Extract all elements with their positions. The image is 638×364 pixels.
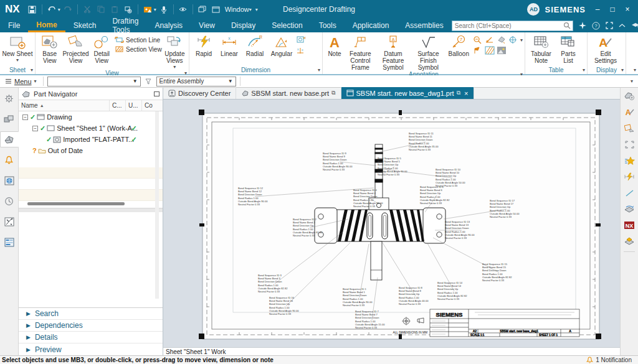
template-studio-icon[interactable] [1, 234, 17, 250]
ordinate-dimension-icon[interactable]: #1 [296, 35, 306, 44]
new-sheet-button[interactable]: New Sheet▾ [2, 34, 33, 63]
tab-tools[interactable]: Tools [311, 19, 345, 32]
screenshot-icon[interactable] [141, 3, 154, 16]
sheet-metal-icon[interactable] [622, 203, 636, 215]
target-point-symbol-icon[interactable] [473, 46, 483, 55]
panel-vertical-scrollbar[interactable] [155, 111, 159, 299]
tree-row-imported-view[interactable]: ✓ Imported "FLAT-PATT... ✓ [19, 134, 163, 145]
part-navigator-icon[interactable] [0, 131, 19, 147]
detach-tab-icon[interactable]: ⧉ [331, 90, 335, 96]
search-icon[interactable] [563, 22, 571, 29]
minimize-ribbon-icon[interactable] [619, 23, 626, 28]
toolbar-overflow-icon[interactable]: ▾ [631, 78, 636, 84]
help-icon[interactable]: ? [592, 22, 600, 30]
center-mark-icon[interactable] [508, 35, 518, 44]
menu-button[interactable]: Menu▾ [2, 78, 39, 85]
assembly-navigator-icon[interactable] [1, 111, 17, 127]
tab-sketch[interactable]: Sketch [65, 19, 105, 32]
notifications-bell-icon[interactable] [1, 152, 17, 168]
drawing-sheet[interactable]: Bend Sequence ID 9Bend Name Bend 9Bend D… [163, 100, 620, 347]
tab-display[interactable]: Display [223, 19, 264, 32]
image-icon[interactable] [497, 46, 507, 55]
selection-filter-dropdown[interactable]: ▼ [47, 77, 141, 86]
datum-feature-symbol-button[interactable]: A Datum Feature Symbol [376, 34, 410, 71]
filter-icon[interactable] [145, 78, 153, 85]
move-object-icon[interactable] [122, 3, 135, 16]
cut-icon[interactable] [81, 3, 93, 16]
undo-icon[interactable] [45, 3, 58, 16]
column-c[interactable]: C... [110, 100, 126, 111]
minimize-button[interactable]: – [591, 3, 604, 16]
tab-discovery-center[interactable]: Discovery Center [163, 87, 236, 99]
tab-selection[interactable]: Selection [264, 19, 310, 32]
detail-view-button[interactable]: Detail View [90, 34, 114, 64]
history-clock-icon[interactable] [1, 193, 17, 209]
line-tool-icon[interactable] [622, 187, 636, 199]
base-view-button[interactable]: Base View [37, 34, 62, 64]
tree-row-sheet1[interactable]: − ✓ Sheet "Sheet 1" (Work-A... ✓ [19, 123, 163, 134]
column-name[interactable]: Name▲ [19, 100, 110, 111]
tutorials-link[interactable]: Tutorials [631, 22, 638, 29]
balloon-button[interactable]: 7 Balloon [447, 34, 471, 57]
undo-dropdown-icon[interactable]: ▾ [58, 7, 60, 12]
repeat-command-icon[interactable] [177, 3, 189, 16]
detach-tab-icon[interactable]: ⧉ [457, 90, 460, 96]
notification-button[interactable]: 1 Notification [586, 357, 638, 363]
section-view-button[interactable]: Section View [115, 45, 162, 53]
zoom-out-annotation-icon[interactable] [473, 35, 483, 44]
table-group-dropdown-icon[interactable]: ▾ [583, 67, 585, 73]
fullscreen-icon[interactable] [606, 22, 613, 29]
collapse-icon[interactable]: − [32, 126, 38, 131]
projected-view-button[interactable]: Projected View [62, 34, 88, 64]
edit-settings-button[interactable]: A Edit Settings [589, 34, 622, 64]
tree-row-out-of-date[interactable]: ? Out of Date [19, 145, 163, 156]
section-line-button[interactable]: Section Line [115, 36, 162, 44]
window-menu-label[interactable]: Window [225, 6, 249, 13]
panel-float-button[interactable] [154, 91, 160, 96]
ai-assistant-icon[interactable] [579, 22, 586, 29]
settings-gear-icon[interactable] [1, 90, 17, 106]
angular-dimension-button[interactable]: Angular [268, 34, 295, 57]
tab-drawing-part[interactable]: SBSM start. new base_dwg1.prt ⧉ × [341, 87, 474, 99]
projected-view-shortcut-icon[interactable] [622, 122, 636, 134]
display-group-dropdown-icon[interactable]: ▾ [621, 67, 624, 73]
parts-list-button[interactable]: Parts List [556, 34, 581, 64]
dimension-group-dropdown-icon[interactable]: ▾ [318, 67, 320, 73]
intersection-symbol-icon[interactable] [485, 35, 495, 44]
search-input[interactable] [452, 22, 563, 29]
copy-icon[interactable] [95, 3, 107, 16]
tab-analysis[interactable]: Analysis [146, 19, 191, 32]
tabular-note-button[interactable]: Tabular Note [527, 34, 555, 64]
maximize-button[interactable]: □ [606, 3, 619, 16]
close-tab-icon[interactable]: × [464, 90, 468, 97]
center-mark-dropdown-icon[interactable]: ▾ [520, 37, 523, 43]
surface-finish-symbol-button[interactable]: Surface Finish Symbol [411, 34, 445, 71]
sheet-group-dropdown-icon[interactable]: ▾ [31, 67, 33, 73]
command-search[interactable] [452, 21, 573, 31]
edit-settings-shortcut-icon[interactable]: A [622, 106, 636, 118]
tab-file[interactable]: File [0, 19, 28, 32]
microphone-icon[interactable] [158, 3, 170, 16]
save-icon[interactable] [26, 3, 39, 16]
tab-home[interactable]: Home [28, 19, 65, 32]
tab-application[interactable]: Application [345, 19, 398, 32]
close-button[interactable]: × [621, 3, 634, 16]
section-details[interactable]: ▶Details [19, 332, 163, 343]
nx-journal-icon[interactable]: NX [622, 219, 636, 231]
export-part-icon[interactable] [622, 235, 636, 248]
cascade-windows-icon[interactable] [196, 3, 209, 16]
drawing-viewport[interactable]: Bend Sequence ID 9Bend Name Bend 9Bend D… [163, 100, 620, 347]
rapid-dimension-shortcut-icon[interactable] [622, 170, 636, 183]
update-views-button[interactable]: Update Views▾ [163, 34, 187, 70]
selection-scope-dropdown[interactable]: Entire Assembly▼ [156, 77, 236, 86]
qat-customize-icon[interactable]: ▾ [255, 7, 258, 12]
section-preview[interactable]: ▶Preview [19, 343, 163, 355]
section-dependencies[interactable]: ▶Dependencies [19, 320, 163, 332]
section-search[interactable]: ▶Search [19, 308, 163, 320]
tree-horizontal-scrollbar[interactable] [27, 202, 125, 205]
window-icon[interactable] [210, 3, 222, 16]
collapse-icon[interactable]: − [22, 114, 28, 120]
tree-row-drawing[interactable]: − ✓ Drawing [19, 111, 163, 123]
edit-appearance-icon[interactable] [497, 35, 507, 44]
redo-icon[interactable] [62, 3, 74, 16]
